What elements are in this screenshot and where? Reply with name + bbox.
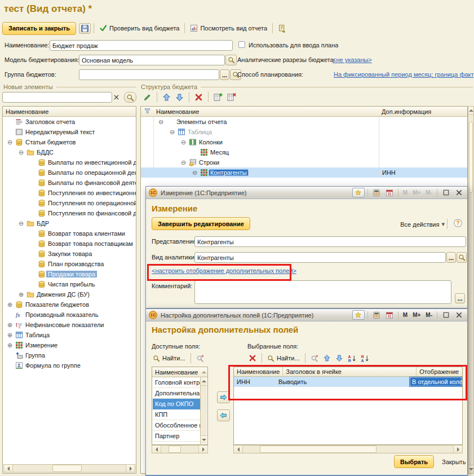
expander-icon[interactable]: ⊖ <box>179 139 188 146</box>
memory-plus-button[interactable]: M+ <box>411 312 422 318</box>
remove-field-button[interactable] <box>246 353 259 363</box>
comment-input[interactable] <box>194 280 451 304</box>
tree-item[interactable]: Поступления по финансовой д <box>3 208 136 218</box>
expander-icon[interactable]: ⊕ <box>5 301 15 308</box>
structure-row[interactable]: ⊖ Таблица <box>141 127 467 137</box>
available-cancel-search-button[interactable] <box>194 353 206 363</box>
structure-extra-cell[interactable] <box>379 137 467 147</box>
tree-item[interactable]: Поступления по инвестиционн <box>3 188 136 198</box>
scroll-left-button[interactable] <box>234 446 243 453</box>
structure-row[interactable]: Месяц <box>141 147 467 157</box>
available-list-header[interactable]: Наименование <box>152 367 207 377</box>
expander-icon[interactable]: ⊕ <box>5 332 15 339</box>
structure-extra-column-header[interactable]: Доп.информация <box>379 107 467 117</box>
model-lookup-button[interactable] <box>225 55 237 65</box>
add-field-button[interactable] <box>217 391 230 403</box>
tree-item[interactable]: Выплаты по финансовой деяте <box>3 178 136 188</box>
memory-minus-button[interactable]: M- <box>424 189 434 196</box>
available-horizontal-scrollbar[interactable] <box>152 445 208 453</box>
tree-item[interactable]: ⊖ БДР <box>3 218 136 228</box>
scroll-thumb[interactable] <box>469 122 473 193</box>
structure-tool-button[interactable] <box>276 23 289 34</box>
tree-item[interactable]: ⊕ Нефинансовые показатели <box>3 320 136 330</box>
preview-report-button[interactable]: Посмотреть вид отчета <box>188 23 269 33</box>
comment-ellipsis-button[interactable]: ... <box>455 293 465 303</box>
expander-icon[interactable]: ⊖ <box>16 220 26 227</box>
check-budget-view-button[interactable]: Проверить вид бюджета <box>97 23 181 33</box>
expander-icon[interactable]: ⊕ <box>16 291 26 298</box>
selected-col-display-header[interactable]: Отображение <box>417 367 462 377</box>
scroll-right-button[interactable] <box>198 446 207 453</box>
field-move-up-button[interactable] <box>321 353 333 363</box>
calculator-button[interactable] <box>371 310 382 320</box>
list-item[interactable]: Головной контраген <box>153 377 200 388</box>
expander-icon[interactable]: ⊖ <box>190 169 200 177</box>
scroll-track[interactable] <box>468 115 473 465</box>
maximize-button[interactable] <box>440 188 451 197</box>
selected-cancel-search-button[interactable] <box>308 353 321 363</box>
field-move-down-button[interactable] <box>333 353 345 363</box>
tree-item[interactable]: Возврат товара поставщикам <box>3 239 136 249</box>
analytics-lookup-button[interactable] <box>457 252 467 263</box>
configure-additional-fields-link[interactable]: <настроить отображение дополнительных по… <box>152 267 296 274</box>
help-button[interactable] <box>453 218 463 229</box>
favorites-star-button[interactable] <box>352 310 365 320</box>
structure-name-cell[interactable]: ⊖ Строки <box>154 157 379 168</box>
close-dialog-button[interactable]: Закрыть <box>440 457 468 466</box>
memory-plus-button[interactable]: M+ <box>411 189 422 196</box>
planning-method-link[interactable]: На фиксированный период месяц; граница ф… <box>334 71 474 78</box>
structure-extra-cell[interactable] <box>379 157 467 168</box>
save-button[interactable] <box>79 23 91 34</box>
scroll-track[interactable] <box>243 446 453 453</box>
tree-item[interactable]: Производный показатель <box>3 310 136 320</box>
scroll-down-button[interactable] <box>468 465 473 473</box>
expander-icon[interactable]: ⊕ <box>5 342 15 349</box>
save-and-close-button[interactable]: Записать и закрыть <box>2 22 76 35</box>
display-mode-cell[interactable]: В отдельной колонке <box>409 377 462 387</box>
tree-item[interactable]: Формула по группе <box>3 360 136 371</box>
structure-name-cell[interactable]: ⊖ Колонки <box>154 137 379 147</box>
structure-name-column-header[interactable]: Наименование <box>153 107 379 117</box>
tree-item[interactable]: Чистая прибыль <box>3 279 136 289</box>
structure-name-cell[interactable]: ⊖ Таблица <box>154 127 379 137</box>
scroll-up-button[interactable] <box>201 377 207 386</box>
tree-item[interactable]: Выплаты по инвестиционной д <box>3 157 136 168</box>
scroll-right-button[interactable] <box>453 446 462 453</box>
tree-item[interactable]: Нередактируемый текст <box>3 127 136 137</box>
scroll-left-button[interactable] <box>152 446 161 453</box>
scroll-track[interactable] <box>161 446 198 453</box>
move-up-button[interactable] <box>160 92 173 103</box>
structure-row[interactable]: ⊖ Колонки <box>141 137 467 147</box>
scroll-thumb[interactable] <box>260 446 376 453</box>
structure-row[interactable]: ⊖ Строки <box>141 157 467 168</box>
tree-item[interactable]: План производства <box>3 259 136 269</box>
sort-ascending-button[interactable] <box>345 353 358 364</box>
remove-field-transfer-button[interactable] <box>217 409 230 421</box>
tree-item[interactable]: Продажи товара <box>3 269 136 279</box>
selected-find-button[interactable]: Найти... <box>265 354 302 363</box>
structure-vertical-scrollbar[interactable] <box>468 106 474 474</box>
tree-item[interactable]: Возврат товара клиентами <box>3 228 136 239</box>
structure-extra-cell[interactable] <box>379 117 467 127</box>
add-table-row-button[interactable] <box>211 91 225 103</box>
scroll-down-button[interactable] <box>201 435 207 444</box>
scroll-up-button[interactable] <box>468 107 473 115</box>
fields-dialog-titlebar[interactable]: 1С Настройка дополнительных полей (1С:Пр… <box>146 309 467 321</box>
expander-icon[interactable]: ⊖ <box>5 139 15 146</box>
scroll-right-button[interactable] <box>126 465 135 472</box>
edit-button[interactable] <box>141 92 154 103</box>
choose-button[interactable]: Выбрать <box>394 455 434 468</box>
tree-item[interactable]: Поступления по операционной <box>3 198 136 208</box>
selected-horizontal-scrollbar[interactable] <box>233 445 463 453</box>
use-for-plan-checkbox[interactable] <box>238 41 245 48</box>
structure-name-cell[interactable]: Месяц <box>154 147 379 157</box>
close-button[interactable] <box>453 310 464 320</box>
analytics-kind-input[interactable] <box>194 252 446 263</box>
structure-extra-cell[interactable] <box>379 127 467 137</box>
scroll-thumb[interactable] <box>169 446 181 453</box>
tree-search-input[interactable] <box>2 92 112 103</box>
structure-extra-cell[interactable] <box>379 147 467 157</box>
available-find-button[interactable]: Найти... <box>150 354 188 363</box>
tree-column-header[interactable]: Наименование <box>3 107 136 117</box>
expander-icon[interactable]: ⊕ <box>5 321 15 329</box>
